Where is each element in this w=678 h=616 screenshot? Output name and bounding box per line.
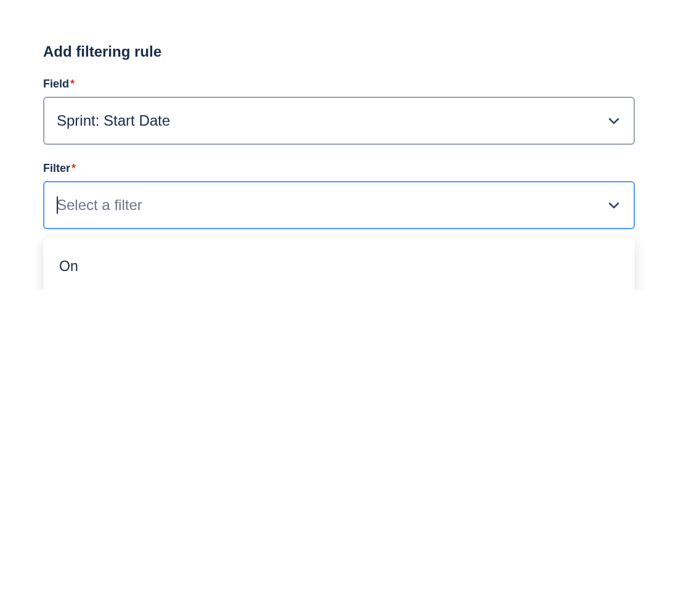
field-label: Field	[43, 78, 69, 90]
filter-option[interactable]: Not on	[43, 286, 635, 290]
filter-select[interactable]: Select a filter	[43, 181, 635, 229]
chevron-down-icon	[607, 113, 621, 128]
required-mark: *	[70, 78, 75, 90]
dialog-title: Add filtering rule	[43, 43, 635, 60]
filter-option-label: On	[59, 258, 78, 275]
filter-select-placeholder: Select a filter	[57, 197, 607, 214]
required-mark: *	[71, 162, 76, 174]
field-select-value: Sprint: Start Date	[57, 112, 607, 129]
field-select[interactable]: Sprint: Start Date	[43, 97, 635, 145]
field-group-filter: Filter* Select a filter OnNot onAfterOn …	[43, 162, 635, 229]
filter-dropdown: OnNot onAfterOn or afterBeforeOn or befo…	[43, 238, 635, 290]
field-group-field: Field* Sprint: Start Date	[43, 78, 635, 145]
filter-label: Filter	[43, 162, 70, 174]
filter-option[interactable]: On	[43, 246, 635, 286]
chevron-down-icon	[607, 198, 621, 213]
